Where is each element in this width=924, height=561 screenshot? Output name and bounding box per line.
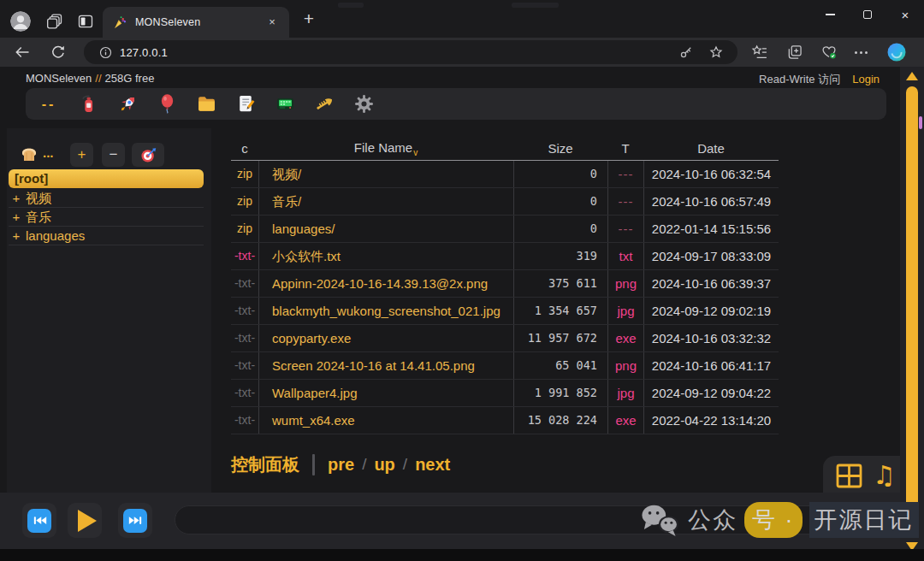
- file-size: 65 041: [513, 352, 607, 379]
- file-size: 0: [513, 216, 607, 242]
- col-header-date[interactable]: Date: [643, 141, 779, 156]
- row-action-link[interactable]: zip: [231, 161, 258, 187]
- play-button[interactable]: [68, 503, 102, 538]
- file-link[interactable]: copyparty.exe: [258, 325, 513, 351]
- wechat-icon: [638, 502, 681, 538]
- row-action-link[interactable]: -txt-: [231, 407, 258, 434]
- watermark-text-dark: 开源日记: [809, 502, 919, 538]
- balloon-icon[interactable]: [156, 93, 178, 115]
- previous-track-button[interactable]: [22, 503, 56, 538]
- bread-icon[interactable]: [19, 145, 39, 165]
- table-row: zip languages/ 0 --- 2022-01-14 15:15:56: [231, 216, 779, 243]
- sidebar-item-root[interactable]: [root]: [9, 169, 204, 188]
- site-info-icon[interactable]: [98, 45, 113, 60]
- file-type: ---: [607, 161, 643, 187]
- sidebar-item-视频[interactable]: + 视频: [9, 189, 204, 208]
- collections-icon[interactable]: [786, 44, 803, 61]
- row-action-link[interactable]: -txt-: [231, 352, 258, 379]
- scrollbar-up-arrow[interactable]: [906, 72, 918, 80]
- scroll-to-folder-button[interactable]: [132, 143, 164, 167]
- grid-view-icon[interactable]: [836, 464, 862, 488]
- copilot-icon[interactable]: [886, 42, 907, 62]
- expand-plus-icon[interactable]: +: [9, 208, 24, 226]
- file-link[interactable]: 音乐/: [258, 188, 513, 215]
- favorite-star-icon[interactable]: [708, 44, 724, 60]
- password-key-icon[interactable]: [678, 44, 694, 60]
- memo-icon[interactable]: [234, 93, 257, 115]
- file-type: exe: [607, 407, 643, 434]
- row-action-link[interactable]: -txt-: [231, 243, 258, 269]
- file-link[interactable]: blackmyth_wukong_screenshot_021.jpg: [258, 298, 513, 324]
- minimize-button[interactable]: [811, 0, 849, 29]
- col-header-type[interactable]: T: [607, 141, 643, 156]
- row-action-link[interactable]: zip: [231, 188, 258, 215]
- pager-icon[interactable]: [274, 93, 296, 115]
- sidebar-item-languages[interactable]: + languages: [9, 227, 204, 245]
- expand-plus-icon[interactable]: +: [9, 189, 24, 207]
- vertical-tabs-icon[interactable]: [77, 13, 94, 30]
- tree-expand-button[interactable]: +: [70, 143, 93, 167]
- sidebar-item-音乐[interactable]: + 音乐: [9, 208, 204, 227]
- workspaces-icon[interactable]: [46, 13, 63, 30]
- file-size: 319: [513, 243, 607, 269]
- row-action-link[interactable]: -txt-: [231, 380, 258, 406]
- next-track-button[interactable]: [118, 503, 152, 538]
- new-tab-button[interactable]: +: [299, 9, 319, 30]
- address-bar[interactable]: 127.0.0.1: [84, 40, 737, 64]
- browser-essentials-icon[interactable]: [820, 44, 838, 61]
- more-menu-icon[interactable]: [855, 44, 872, 61]
- server-host[interactable]: MONSeleven: [26, 72, 92, 85]
- prev-page-link[interactable]: pre: [328, 455, 354, 475]
- tab-close-icon[interactable]: ×: [264, 14, 281, 31]
- free-space-label: 258G free: [105, 72, 155, 85]
- col-header-name[interactable]: File Namev: [258, 140, 513, 157]
- file-link[interactable]: Appinn-2024-10-16-14.39.13@2x.png: [258, 270, 513, 297]
- maximize-button[interactable]: [849, 0, 886, 29]
- favorites-list-icon[interactable]: [751, 44, 768, 61]
- close-window-button[interactable]: ×: [886, 0, 924, 29]
- refresh-icon[interactable]: [50, 44, 67, 61]
- row-action-link[interactable]: zip: [231, 216, 258, 242]
- footer-divider: [312, 454, 315, 475]
- fire-extinguisher-icon[interactable]: [77, 93, 99, 115]
- file-link[interactable]: Screen 2024-10-16 at 14.41.05.png: [258, 352, 513, 379]
- file-link[interactable]: wumt_x64.exe: [258, 407, 513, 434]
- back-icon[interactable]: [14, 44, 31, 61]
- file-date: 2022-04-22 13:14:20: [643, 407, 779, 434]
- file-date: 2024-09-12 09:02:19: [643, 298, 779, 324]
- row-action-link[interactable]: -txt-: [231, 298, 258, 324]
- browser-navbar: 127.0.0.1: [0, 38, 924, 67]
- login-link[interactable]: Login: [852, 73, 880, 86]
- row-action-link[interactable]: -txt-: [231, 270, 258, 297]
- profile-avatar-icon[interactable]: [10, 11, 31, 32]
- music-note-icon[interactable]: ♫: [873, 463, 896, 488]
- col-header-c[interactable]: c: [231, 141, 258, 156]
- row-action-link[interactable]: -txt-: [231, 325, 258, 351]
- tree-collapse-button[interactable]: −: [102, 143, 125, 167]
- file-link[interactable]: 视频/: [258, 161, 513, 187]
- sort-down-icon: v: [413, 148, 418, 157]
- tab-strip: MONSeleven × + ×: [0, 0, 924, 38]
- folder-icon[interactable]: [195, 93, 217, 115]
- trumpet-icon[interactable]: [313, 93, 335, 115]
- col-header-size[interactable]: Size: [513, 141, 607, 156]
- file-link[interactable]: Wallpaper4.jpg: [258, 380, 513, 406]
- scrollbar-thumb[interactable]: [906, 86, 918, 528]
- gear-icon[interactable]: [352, 93, 375, 115]
- table-row: zip 视频/ 0 --- 2024-10-16 06:32:54: [231, 161, 779, 188]
- file-type: jpg: [607, 380, 643, 406]
- file-size: 1 991 852: [513, 380, 607, 406]
- control-panel-link[interactable]: 控制面板: [231, 453, 299, 476]
- up-dir-link[interactable]: up: [374, 455, 394, 475]
- dashes-button[interactable]: --: [38, 97, 60, 112]
- table-row: -txt- Screen 2024-10-16 at 14.41.05.png …: [231, 352, 779, 380]
- tree-more-button[interactable]: ...: [43, 145, 54, 160]
- next-page-link[interactable]: next: [415, 455, 450, 475]
- file-date: 2024-10-16 06:32:54: [643, 161, 779, 187]
- url-text[interactable]: 127.0.0.1: [120, 46, 168, 59]
- rocket-icon[interactable]: [116, 93, 139, 115]
- file-link[interactable]: 小众软件.txt: [258, 243, 513, 269]
- file-link[interactable]: languages/: [258, 216, 513, 242]
- expand-plus-icon[interactable]: +: [9, 227, 24, 245]
- browser-tab[interactable]: MONSeleven ×: [103, 7, 289, 38]
